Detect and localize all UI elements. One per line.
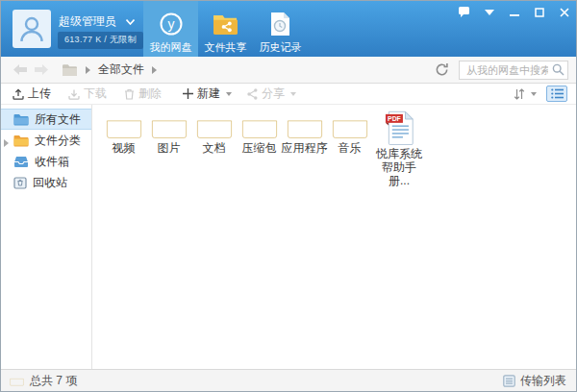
- message-icon[interactable]: [458, 6, 470, 18]
- sidebar-item-label: 所有文件: [35, 111, 81, 128]
- mini-folder-icon: [10, 375, 24, 386]
- download-icon: [68, 88, 80, 100]
- sidebar-item-inbox[interactable]: 收件箱: [1, 151, 91, 172]
- file-item-folder[interactable]: 压缩包: [237, 110, 282, 155]
- netdisk-logo-icon: y: [159, 10, 184, 38]
- delete-button[interactable]: 删除: [124, 86, 162, 102]
- maximize-button[interactable]: [533, 6, 545, 18]
- folder-icon: [106, 110, 142, 139]
- avatar[interactable]: [13, 10, 51, 48]
- tab-my-drive[interactable]: y 我的网盘: [143, 1, 198, 57]
- pdf-file-icon: PDF: [384, 110, 415, 145]
- folder-icon: [241, 110, 278, 139]
- breadcrumb[interactable]: 全部文件: [98, 61, 144, 78]
- sidebar-item-label: 收件箱: [35, 154, 69, 170]
- delete-label: 删除: [138, 86, 162, 102]
- user-icon: [19, 15, 44, 42]
- status-bar: 总共 7 项 传输列表: [1, 369, 576, 391]
- share-folder-icon: [212, 10, 239, 38]
- minimize-button[interactable]: [508, 6, 520, 18]
- window-controls: [458, 6, 570, 18]
- inbox-icon: [13, 156, 29, 168]
- share-label: 分享: [262, 86, 285, 102]
- back-button[interactable]: [13, 64, 27, 75]
- folder-icon: [151, 110, 188, 139]
- download-button[interactable]: 下载: [68, 86, 107, 102]
- breadcrumb-separator-icon[interactable]: [152, 66, 157, 74]
- sort-button[interactable]: [514, 88, 537, 100]
- item-count: 总共 7 项: [10, 373, 77, 389]
- chevron-down-icon: [126, 19, 135, 25]
- folder-icon: [332, 110, 368, 139]
- user-menu[interactable]: 超级管理员: [59, 13, 135, 30]
- file-name: 悦库系统帮助手册...: [373, 147, 425, 187]
- user-name: 超级管理员: [59, 13, 116, 30]
- file-item-folder[interactable]: 音乐: [327, 110, 372, 155]
- pdf-badge: PDF: [388, 115, 401, 122]
- file-name: 视频: [113, 141, 136, 155]
- share-caret-icon: [290, 92, 296, 96]
- file-item-pdf[interactable]: PDF 悦库系统帮助手册...: [372, 110, 426, 187]
- file-name: 图片: [158, 141, 181, 155]
- plus-icon: [183, 88, 193, 99]
- breadcrumb-folder-icon: [62, 63, 78, 77]
- expand-chevron-icon[interactable]: [4, 136, 9, 150]
- tab-label: 文件共享: [205, 40, 247, 55]
- file-item-folder[interactable]: 应用程序: [282, 110, 327, 155]
- download-label: 下载: [84, 86, 107, 102]
- logo-glyph: y: [167, 16, 174, 32]
- transfer-list-button[interactable]: 传输列表: [503, 373, 566, 389]
- blue-folder-icon: [13, 113, 29, 126]
- sort-icon: [514, 88, 525, 100]
- forward-button[interactable]: [35, 64, 48, 75]
- new-button[interactable]: 新建: [183, 86, 232, 102]
- file-item-folder[interactable]: 视频: [101, 110, 146, 155]
- sidebar: 所有文件 文件分类 收件箱 回收站: [1, 105, 92, 369]
- item-count-label: 总共 7 项: [30, 373, 77, 389]
- sort-caret-icon: [531, 92, 537, 96]
- addressbar-right: [435, 61, 576, 80]
- tab-file-share[interactable]: 文件共享: [198, 1, 253, 57]
- skin-menu-icon[interactable]: [483, 6, 495, 18]
- new-label: 新建: [197, 86, 220, 102]
- sidebar-item-label: 文件分类: [35, 133, 81, 149]
- share-button[interactable]: 分享: [247, 86, 296, 102]
- file-name: 应用程序: [282, 141, 328, 155]
- refresh-button[interactable]: [435, 62, 449, 77]
- sidebar-item-label: 回收站: [33, 175, 67, 191]
- file-item-folder[interactable]: 文档: [191, 110, 237, 155]
- storage-quota: 613.77 K / 无限制: [58, 32, 143, 49]
- file-name: 音乐: [339, 141, 362, 155]
- close-button[interactable]: [558, 6, 570, 18]
- transfer-list-icon: [503, 375, 515, 387]
- orange-folder-icon: [13, 135, 29, 147]
- share-icon: [247, 88, 258, 100]
- folder-icon: [196, 110, 233, 139]
- trash-icon: [124, 88, 135, 100]
- history-icon: [269, 10, 291, 38]
- tab-label: 我的网盘: [150, 40, 192, 55]
- file-item-folder[interactable]: 图片: [146, 110, 191, 155]
- breadcrumb-separator-icon: [86, 66, 90, 74]
- file-name: 压缩包: [242, 141, 277, 155]
- toolbar: 上传 下载 删除 新建 分享: [1, 84, 576, 105]
- file-grid: 视频 图片 文档 压缩包 应用程序 音乐: [93, 105, 576, 369]
- recycle-bin-icon: [13, 177, 27, 189]
- address-bar: 全部文件: [1, 57, 576, 84]
- sidebar-item-categories[interactable]: 文件分类: [1, 130, 91, 151]
- sidebar-item-all-files[interactable]: 所有文件: [1, 109, 91, 130]
- new-caret-icon: [226, 92, 232, 96]
- tab-history[interactable]: 历史记录: [253, 1, 308, 57]
- transfer-list-label: 传输列表: [520, 373, 566, 389]
- main-tabs: y 我的网盘 文件共享: [143, 1, 308, 57]
- header: 超级管理员 613.77 K / 无限制 y 我的网盘: [1, 1, 576, 57]
- file-name: 文档: [203, 141, 226, 155]
- upload-button[interactable]: 上传: [13, 86, 51, 102]
- list-view-icon: [551, 88, 564, 99]
- search-box: [459, 61, 568, 80]
- sidebar-item-recycle-bin[interactable]: 回收站: [1, 172, 91, 193]
- folder-icon: [287, 110, 323, 139]
- list-view-button[interactable]: [546, 86, 567, 102]
- search-icon[interactable]: [552, 63, 564, 79]
- upload-icon: [13, 88, 24, 100]
